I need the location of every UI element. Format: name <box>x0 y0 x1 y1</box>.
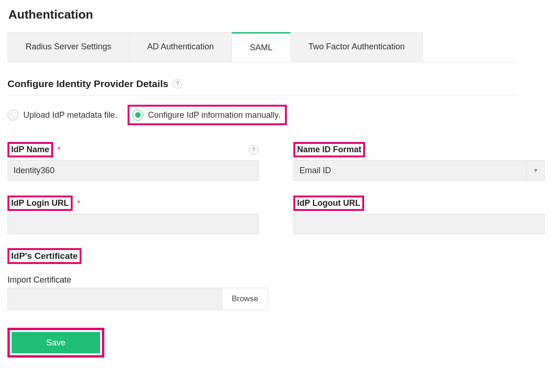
radio-upload-metadata[interactable]: Upload IdP metadata file. <box>7 109 117 121</box>
radio-configure-manually[interactable]: Configure IdP information manually. <box>132 109 280 121</box>
radio-indicator-selected <box>132 109 143 121</box>
save-button[interactable]: Save <box>12 332 100 353</box>
tab-two-factor-authentication[interactable]: Two Factor Authentication <box>290 32 423 62</box>
tabs: Radius Server Settings AD Authentication… <box>7 32 515 62</box>
chevron-down-icon: ▼ <box>526 160 545 181</box>
radio-indicator-unselected <box>7 109 19 121</box>
tab-radius-server-settings[interactable]: Radius Server Settings <box>7 32 129 62</box>
field-idp-logout-url: IdP Logout URL <box>293 196 554 234</box>
certificate-file-input[interactable] <box>7 288 222 310</box>
section-header: Configure Identity Provider Details ? <box>7 78 515 95</box>
tab-ad-authentication[interactable]: AD Authentication <box>129 32 232 62</box>
name-id-format-select[interactable]: Email ID ▼ <box>293 160 545 181</box>
idp-logout-url-input[interactable] <box>293 214 545 234</box>
certificate-section-title: IdP's Certificate <box>11 251 78 261</box>
idp-config-mode-radio-group: Upload IdP metadata file. Configure IdP … <box>7 105 549 125</box>
idp-name-input[interactable] <box>7 160 259 181</box>
idp-name-label: IdP Name <box>11 145 49 154</box>
field-name-id-format: Name ID Format Email ID ▼ <box>293 142 554 181</box>
field-idp-login-url: IdP Login URL * <box>7 196 268 234</box>
highlight-box: IdP Name <box>7 142 53 157</box>
page-title: Authentication <box>7 7 549 22</box>
name-id-format-label: Name ID Format <box>297 145 361 154</box>
name-id-format-value: Email ID <box>293 160 545 181</box>
idp-login-url-label: IdP Login URL <box>11 198 69 208</box>
idp-logout-url-label: IdP Logout URL <box>297 198 360 208</box>
highlight-box: Configure IdP information manually. <box>128 105 287 125</box>
radio-dot-icon <box>135 112 141 118</box>
highlight-box: IdP Login URL <box>7 196 73 211</box>
certificate-section: IdP's Certificate Import Certificate Bro… <box>7 248 549 310</box>
help-icon[interactable]: ? <box>249 145 258 155</box>
highlight-box: IdP's Certificate <box>7 248 81 264</box>
import-certificate-row: Browse <box>7 288 268 310</box>
required-mark: * <box>77 199 80 208</box>
highlight-box: IdP Logout URL <box>293 196 364 211</box>
section-title: Configure Identity Provider Details <box>7 78 168 89</box>
import-certificate-label: Import Certificate <box>7 275 549 285</box>
field-idp-name: IdP Name * ? <box>7 142 268 181</box>
radio-upload-label: Upload IdP metadata file. <box>23 110 117 120</box>
highlight-box: Name ID Format <box>293 142 365 157</box>
help-icon[interactable]: ? <box>173 79 182 88</box>
required-mark: * <box>58 146 61 154</box>
highlight-box: Save <box>7 328 104 358</box>
tab-saml[interactable]: SAML <box>231 32 291 62</box>
browse-button[interactable]: Browse <box>222 288 268 310</box>
form-grid: IdP Name * ? Name ID Format Email ID ▼ I… <box>7 142 549 234</box>
radio-manual-label: Configure IdP information manually. <box>148 110 280 120</box>
idp-login-url-input[interactable] <box>7 214 259 234</box>
